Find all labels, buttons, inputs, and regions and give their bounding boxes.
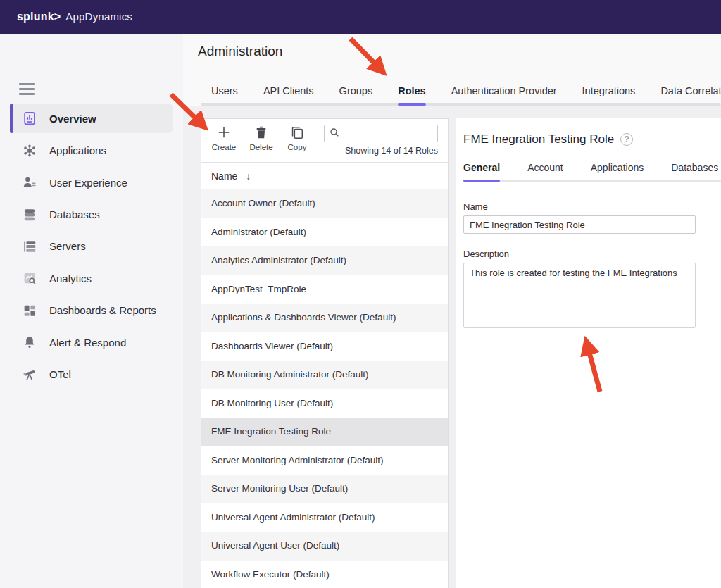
role-detail-tabs: General Account Applications Databases [463, 162, 721, 182]
selected-indicator-bar [10, 104, 13, 133]
trash-icon [243, 125, 280, 142]
sidebar-item-otel[interactable]: OTel [10, 360, 173, 389]
applications-icon [21, 142, 38, 159]
roles-list: Account Owner (Default) Administrator (D… [201, 189, 448, 588]
role-row[interactable]: AppDynTest_TmpRole [201, 275, 448, 304]
search-box[interactable] [324, 125, 438, 142]
role-description-textarea[interactable]: This role is created for testing the FME… [463, 263, 696, 328]
sidebar-item-alert-respond[interactable]: Alert & Respond [10, 327, 173, 357]
role-row[interactable]: Universal Agent Administrator (Default) [201, 503, 448, 532]
role-row[interactable]: Account Owner (Default) [201, 189, 448, 218]
role-row[interactable]: Analytics Administrator (Default) [201, 246, 448, 275]
roles-list-panel: Create Delete Copy [201, 118, 449, 588]
overview-icon [21, 110, 38, 127]
sidebar-item-label: Applications [49, 144, 106, 156]
roles-search: Showing 14 of 14 Roles [324, 125, 438, 156]
role-row[interactable]: Dashboards Viewer (Default) [201, 332, 448, 361]
admin-tabs: Users API Clients Groups Roles Authentic… [183, 85, 721, 106]
sidebar-item-applications[interactable]: Applications [10, 136, 173, 165]
sidebar-item-servers[interactable]: Servers [10, 232, 173, 261]
role-row-selected[interactable]: FME Inegration Testing Role [201, 418, 448, 446]
tab-data-correlation[interactable]: Data Correlation [660, 85, 721, 106]
sidebar-item-label: OTel [49, 368, 71, 380]
page-title: Administration [198, 44, 282, 59]
sidebar-item-label: Alert & Respond [49, 337, 126, 349]
sidebar-item-label: Overview [49, 113, 96, 125]
sidebar-item-label: Dashboards & Reports [49, 304, 156, 316]
name-column-header[interactable]: Name ↓ [201, 163, 448, 189]
splunk-logo: splunk> [17, 11, 61, 23]
roles-search-input[interactable] [340, 128, 437, 139]
servers-icon [21, 238, 38, 255]
sidebar-item-user-experience[interactable]: User Experience [10, 168, 173, 197]
roles-toolbar: Create Delete Copy [201, 119, 448, 163]
role-general-form: Name Description This role is created fo… [463, 201, 696, 331]
brand-logo: splunk>AppDynamics [17, 11, 132, 23]
role-row[interactable]: DB Monitoring Administrator (Default) [201, 361, 448, 389]
tab-api-clients[interactable]: API Clients [263, 85, 314, 106]
role-detail-panel: FME Inegration Testing Role ? General Ac… [456, 118, 721, 588]
dashboards-icon [21, 302, 38, 319]
bell-icon [21, 334, 38, 351]
tab-roles[interactable]: Roles [398, 85, 426, 106]
help-icon[interactable]: ? [620, 133, 633, 146]
tab-authentication-provider[interactable]: Authentication Provider [451, 85, 557, 106]
role-row[interactable]: Administrator (Default) [201, 218, 448, 247]
sidebar-item-overview[interactable]: Overview [10, 104, 173, 133]
sidebar-item-label: Analytics [49, 273, 92, 284]
menu-icon[interactable] [19, 83, 35, 95]
tab-groups[interactable]: Groups [339, 85, 373, 106]
role-row[interactable]: DB Monitoring User (Default) [201, 389, 448, 418]
tab-applications[interactable]: Applications [591, 162, 644, 182]
role-row[interactable]: Server Monitoring Administrator (Default… [201, 446, 448, 475]
sidebar-item-dashboards-reports[interactable]: Dashboards & Reports [10, 296, 173, 325]
analytics-icon [21, 270, 38, 287]
tab-databases[interactable]: Databases [671, 162, 718, 182]
delete-button[interactable]: Delete [243, 125, 280, 151]
description-field-label: Description [463, 249, 696, 259]
search-icon [329, 127, 340, 141]
sidebar-item-label: Servers [49, 240, 86, 252]
tab-users[interactable]: Users [211, 85, 238, 106]
sidebar-item-databases[interactable]: Databases [10, 200, 173, 230]
topbar: splunk>AppDynamics [0, 0, 721, 34]
user-experience-icon [21, 174, 38, 191]
role-row[interactable]: Universal Agent User (Default) [201, 532, 448, 561]
role-row[interactable]: Workflow Executor (Default) [201, 561, 448, 588]
admin-header: Administration Users API Clients Groups … [183, 34, 721, 106]
role-detail-title: FME Inegration Testing Role [463, 132, 614, 146]
copy-button[interactable]: Copy [279, 125, 315, 151]
tab-general[interactable]: General [463, 162, 500, 182]
copy-icon [279, 125, 315, 142]
sidebar: Overview Applications [0, 34, 183, 588]
tab-integrations[interactable]: Integrations [582, 85, 636, 106]
tab-account[interactable]: Account [527, 162, 563, 182]
sidebar-item-analytics[interactable]: Analytics [10, 263, 173, 293]
content-area: Create Delete Copy [183, 106, 721, 588]
sidebar-nav: Overview Applications [0, 101, 183, 392]
sort-desc-icon[interactable]: ↓ [246, 170, 251, 182]
databases-icon [21, 206, 38, 223]
telescope-icon [21, 366, 38, 383]
role-row[interactable]: Server Monitoring User (Default) [201, 475, 448, 503]
main-area: Administration Users API Clients Groups … [183, 34, 721, 588]
create-button[interactable]: Create [206, 125, 242, 151]
name-field-label: Name [463, 201, 696, 212]
sidebar-item-label: User Experience [49, 177, 127, 189]
role-row[interactable]: Applications & Dashboards Viewer (Defaul… [201, 304, 448, 332]
role-name-input[interactable] [463, 215, 696, 234]
brand-product-name: AppDynamics [65, 11, 132, 23]
showing-count-text: Showing 14 of 14 Roles [324, 146, 438, 156]
plus-icon [206, 125, 242, 142]
sidebar-item-label: Databases [49, 208, 100, 220]
